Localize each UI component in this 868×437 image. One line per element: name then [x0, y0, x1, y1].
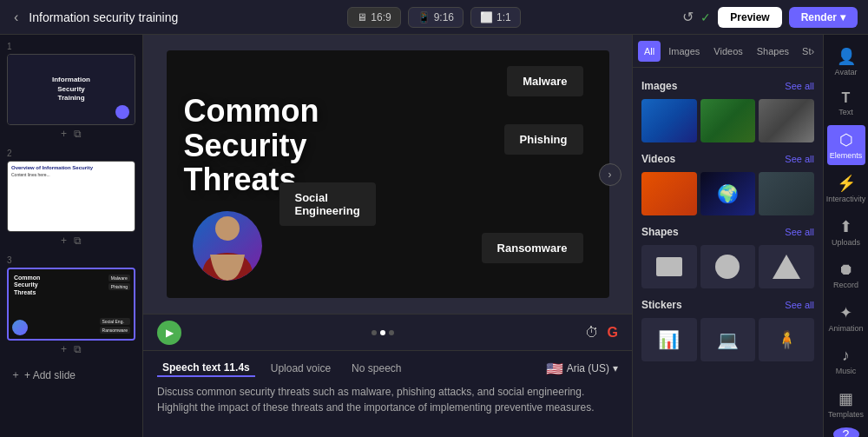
- slide-3-add-btn[interactable]: +: [61, 343, 67, 355]
- shapes-see-all[interactable]: See all: [785, 227, 814, 237]
- circle-shape: [715, 255, 740, 279]
- mobile-icon: 📱: [418, 11, 431, 23]
- speech-tab-text[interactable]: Speech text 11.4s: [157, 360, 255, 377]
- image-thumb-2[interactable]: [700, 99, 756, 142]
- stickers-grid: 📊 💻 🧍: [641, 318, 814, 361]
- render-chevron-icon: ▾: [840, 11, 845, 23]
- canvas-container: CommonSecurityThreats Malware Phishing S…: [167, 50, 609, 298]
- google-icon[interactable]: G: [608, 325, 618, 341]
- slide-1-add-btn[interactable]: +: [61, 128, 67, 140]
- sticker-thumb-1[interactable]: 📊: [641, 318, 697, 361]
- add-slide-label: + Add slide: [24, 369, 76, 381]
- view-9-16-label: 9:16: [434, 11, 454, 23]
- shape-thumb-rect[interactable]: [641, 245, 697, 288]
- speech-language-label: Aria (US): [567, 362, 609, 374]
- record-icon: ⏺: [838, 261, 854, 279]
- slide-item-1[interactable]: 1 InformationSecurityTraining + ⧉: [7, 42, 135, 140]
- images-section-title: Images: [641, 80, 677, 92]
- stickers-section-header: Stickers See all: [641, 299, 814, 311]
- slide-2-duplicate-btn[interactable]: ⧉: [74, 235, 82, 247]
- slide-3-controls: + ⧉: [7, 343, 135, 355]
- view-9-16-button[interactable]: 📱 9:16: [408, 7, 464, 28]
- triangle-shape: [773, 255, 800, 279]
- shape-thumb-triangle[interactable]: [759, 245, 814, 288]
- help-button[interactable]: ?: [833, 427, 859, 437]
- tab-images[interactable]: Images: [662, 41, 706, 62]
- undo-button[interactable]: ↺: [682, 9, 694, 25]
- slide-preview-1: InformationSecurityTraining: [8, 55, 135, 124]
- speech-tab-none[interactable]: No speech: [346, 361, 406, 376]
- uploads-label: Uploads: [832, 238, 860, 247]
- view-1-1-button[interactable]: ⬜ 1:1: [470, 7, 521, 28]
- images-see-all[interactable]: See all: [785, 81, 814, 91]
- right-panel: All Images Videos Shapes St› Images See …: [632, 35, 823, 437]
- tab-shapes[interactable]: Shapes: [751, 41, 795, 62]
- slide-2-add-btn[interactable]: +: [61, 235, 67, 247]
- text-icon: T: [842, 90, 851, 106]
- slide-3-duplicate-btn[interactable]: ⧉: [74, 343, 82, 355]
- avatar-icon: 👤: [837, 47, 856, 66]
- sidebar-item-animation[interactable]: ✦ Animation: [827, 298, 865, 338]
- video-thumb-2[interactable]: 🌍: [700, 172, 756, 215]
- progress-dot-3: [389, 330, 394, 335]
- threat-social-engineering-badge[interactable]: SocialEngineering: [279, 182, 376, 226]
- speech-flag-icon: 🇺🇸: [546, 361, 563, 377]
- add-slide-button[interactable]: ＋ + Add slide: [7, 364, 135, 386]
- videos-see-all[interactable]: See all: [785, 154, 814, 164]
- image-thumb-3[interactable]: [759, 99, 814, 142]
- tab-videos[interactable]: Videos: [707, 41, 748, 62]
- sticker-thumb-2[interactable]: 💻: [700, 318, 756, 361]
- topbar-center: 🖥 16:9 📱 9:16 ⬜ 1:1: [347, 7, 520, 28]
- sidebar-item-music[interactable]: ♪ Music: [827, 341, 865, 381]
- slide-1-title: InformationSecurityTraining: [52, 76, 90, 103]
- sidebar-item-uploads[interactable]: ⬆ Uploads: [827, 212, 865, 252]
- sidebar-item-record[interactable]: ⏺ Record: [827, 255, 865, 295]
- images-grid: [641, 99, 814, 142]
- video-thumb-1[interactable]: [641, 172, 697, 215]
- sidebar-item-avatar[interactable]: 👤 Avatar: [827, 42, 865, 82]
- render-button[interactable]: Render ▾: [789, 7, 858, 28]
- speech-tab-upload[interactable]: Upload voice: [266, 361, 336, 376]
- interactivity-icon: ⚡: [837, 174, 856, 193]
- music-icon: ♪: [842, 347, 850, 365]
- templates-label: Templates: [828, 410, 864, 419]
- slides-panel: 1 InformationSecurityTraining + ⧉ 2 Over…: [0, 35, 143, 437]
- progress-dot-1: [372, 330, 377, 335]
- slide-canvas[interactable]: CommonSecurityThreats Malware Phishing S…: [167, 50, 609, 298]
- sticker-thumb-3[interactable]: 🧍: [759, 318, 814, 361]
- canvas-title: CommonSecurityThreats: [184, 94, 319, 197]
- sidebar-item-text[interactable]: T Text: [827, 85, 865, 122]
- slide-item-2[interactable]: 2 Overview of Information Security Conte…: [7, 149, 135, 247]
- video-thumb-3[interactable]: [759, 172, 814, 215]
- slide-item-3[interactable]: 3 CommonSecurityThreats Malware Phishing…: [7, 255, 135, 355]
- shape-thumb-circle[interactable]: [700, 245, 756, 288]
- slide-1-duplicate-btn[interactable]: ⧉: [74, 128, 82, 140]
- shapes-section-header: Shapes See all: [641, 226, 814, 238]
- image-thumb-1[interactable]: [641, 99, 697, 142]
- sidebar-item-elements[interactable]: ⬡ Elements: [827, 125, 865, 165]
- back-button[interactable]: ‹: [10, 6, 22, 29]
- slide-3-avatar: [12, 320, 28, 335]
- images-section-header: Images See all: [641, 80, 814, 92]
- stickers-see-all[interactable]: See all: [785, 300, 814, 310]
- topbar: ‹ Information security training 🖥 16:9 📱…: [0, 0, 868, 35]
- square-icon: ⬜: [480, 11, 493, 23]
- threat-phishing-badge[interactable]: Phishing: [504, 124, 583, 155]
- threat-malware-badge[interactable]: Malware: [507, 66, 582, 96]
- speech-toolbar: Speech text 11.4s Upload voice No speech…: [157, 360, 618, 377]
- preview-button[interactable]: Preview: [718, 7, 781, 28]
- speech-language-selector[interactable]: 🇺🇸 Aria (US) ▾: [546, 361, 618, 377]
- tab-more[interactable]: St›: [797, 43, 819, 60]
- speech-text-content: Discuss common security threats such as …: [157, 384, 618, 415]
- play-button[interactable]: ▶: [157, 321, 181, 345]
- timer-icon[interactable]: ⏱: [585, 325, 599, 341]
- play-icon: ▶: [166, 327, 174, 339]
- canvas-right-arrow[interactable]: ›: [599, 163, 621, 186]
- tab-all[interactable]: All: [638, 41, 661, 62]
- slide-avatar: [193, 211, 262, 281]
- sidebar-item-interactivity[interactable]: ⚡ Interactivity: [827, 169, 865, 209]
- sidebar-item-templates[interactable]: ▦ Templates: [827, 384, 865, 424]
- slide-number-3: 3: [7, 255, 135, 265]
- threat-ransomware-badge[interactable]: Ransomware: [482, 233, 583, 263]
- view-16-9-button[interactable]: 🖥 16:9: [347, 7, 400, 28]
